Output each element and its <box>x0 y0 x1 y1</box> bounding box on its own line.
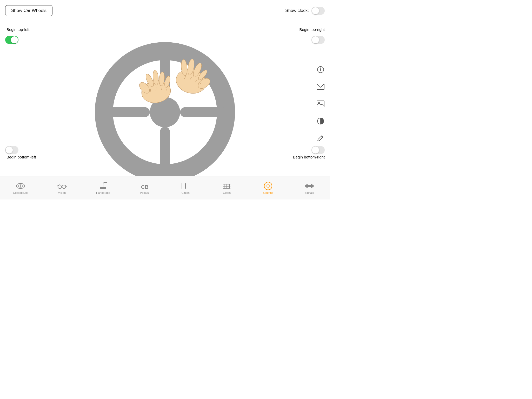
svg-text:CBA: CBA <box>141 184 148 190</box>
svg-rect-30 <box>317 101 324 107</box>
svg-point-38 <box>62 185 66 189</box>
tab-bar: Cockpit Drill Vision Handbrake <box>0 176 330 200</box>
svg-rect-2 <box>103 107 150 117</box>
show-car-wheels-button[interactable]: Show Car Wheels <box>5 5 52 16</box>
top-left-toggle[interactable] <box>5 36 18 44</box>
steering-label: Steering <box>263 191 273 194</box>
svg-rect-40 <box>100 187 106 189</box>
vision-label: Vision <box>58 191 66 194</box>
bottom-right-toggle[interactable] <box>311 146 325 154</box>
signals-label: Signals <box>305 191 314 194</box>
info-icon[interactable] <box>316 65 325 74</box>
steering-wheel-svg <box>92 35 238 181</box>
tab-gears[interactable]: Gears <box>206 182 248 194</box>
tab-clutch[interactable]: Clutch <box>165 182 206 194</box>
contrast-icon[interactable] <box>316 116 325 126</box>
pedals-label: Pedals <box>140 191 149 194</box>
tab-signals[interactable]: Signals <box>289 182 330 194</box>
show-clock-label: Show clock: <box>285 8 309 13</box>
top-left-label: Begin top-left <box>6 27 29 32</box>
image-icon[interactable] <box>316 99 325 109</box>
top-right-toggle[interactable] <box>311 36 325 44</box>
svg-point-28 <box>320 68 321 68</box>
bottom-right-label: Begin bottom-right <box>293 155 325 159</box>
mail-icon[interactable] <box>316 82 325 91</box>
gears-icon <box>222 182 232 190</box>
svg-point-36 <box>20 185 21 187</box>
signals-icon <box>304 182 314 190</box>
tab-handbrake[interactable]: Handbrake <box>83 182 124 194</box>
steering-wheel-area <box>87 23 243 192</box>
steering-icon <box>263 182 273 190</box>
clutch-icon <box>181 182 190 190</box>
top-bar: Show Car Wheels Show clock: <box>5 5 325 16</box>
tab-cockpit-drill[interactable]: Cockpit Drill <box>0 182 41 194</box>
tab-pedals[interactable]: CBA Pedals <box>124 182 165 194</box>
show-clock-area: Show clock: <box>285 7 325 15</box>
bottom-left-toggle[interactable] <box>5 146 18 154</box>
cockpit-drill-icon <box>16 182 25 190</box>
edit-icon[interactable] <box>316 134 325 143</box>
svg-rect-41 <box>105 182 107 183</box>
top-right-label: Begin top-right <box>299 27 325 32</box>
cockpit-drill-label: Cockpit Drill <box>13 191 28 194</box>
handbrake-label: Handbrake <box>96 191 110 194</box>
svg-rect-4 <box>160 127 170 173</box>
pedals-icon: CBA <box>139 182 149 190</box>
handbrake-icon <box>98 182 108 190</box>
vision-icon <box>57 182 67 190</box>
clutch-label: Clutch <box>182 191 190 194</box>
bottom-left-label: Begin bottom-left <box>6 155 36 159</box>
svg-point-55 <box>267 185 269 187</box>
show-clock-toggle[interactable] <box>311 7 325 15</box>
right-sidebar <box>316 65 325 143</box>
svg-rect-3 <box>180 107 227 117</box>
gears-label: Gears <box>223 191 231 194</box>
svg-point-37 <box>58 185 62 189</box>
tab-steering[interactable]: Steering <box>248 182 289 194</box>
tab-vision[interactable]: Vision <box>41 182 83 194</box>
svg-line-33 <box>321 136 322 138</box>
